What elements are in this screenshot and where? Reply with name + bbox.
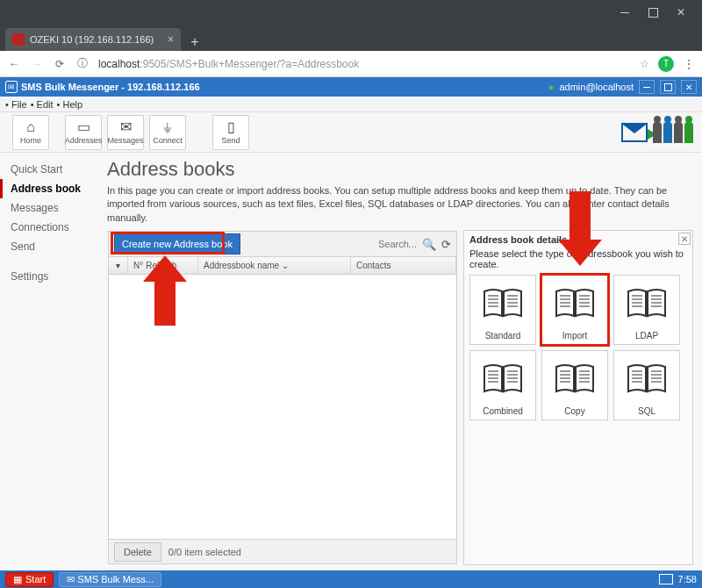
card-label: Import: [562, 331, 587, 341]
list-toolbar: Create new Address book 🔍 ⟳: [108, 231, 457, 257]
menu-help[interactable]: • Help: [57, 99, 83, 110]
grid-footer: Delete 0/0 item selected: [108, 540, 457, 564]
taskbar-app-item[interactable]: ✉ SMS Bulk Mess...: [59, 572, 161, 587]
toolbar-addresses-button[interactable]: ▭Addresses: [65, 115, 102, 150]
sidebar-item-send[interactable]: Send: [0, 237, 104, 256]
grid-header: ▾ N° Refresh Addressbook name ⌄ Contacts: [108, 257, 457, 275]
page-title: Address books: [107, 158, 693, 181]
people-icon: [651, 122, 693, 143]
browser-menu-button[interactable]: ⋮: [683, 57, 695, 71]
delete-button[interactable]: Delete: [114, 542, 161, 562]
plug-icon: ⏚: [163, 120, 172, 134]
app-minimize-button[interactable]: [639, 80, 655, 94]
card-label: Combined: [483, 406, 523, 416]
toolbar-messages-button[interactable]: ✉Messages: [107, 115, 144, 150]
clock: 7:58: [678, 574, 697, 584]
browser-address-bar: ← → ⟳ ⓘ localhost:9505/SMS+Bulk+Messenge…: [0, 51, 702, 77]
col-name[interactable]: Addressbook name ⌄: [198, 257, 351, 274]
page-description: In this page you can create or import ad…: [107, 184, 693, 225]
os-maximize-button[interactable]: [641, 4, 665, 21]
taskbar-app-icon: ✉: [67, 574, 75, 584]
addressbook-list-panel: Create new Address book 🔍 ⟳ ▾ N° Refresh…: [107, 230, 458, 565]
card-label: Standard: [485, 331, 521, 341]
os-close-button[interactable]: [669, 4, 693, 21]
addressbook-type-import[interactable]: Import: [541, 275, 608, 345]
new-tab-button[interactable]: +: [186, 33, 204, 51]
favicon-icon: [12, 33, 25, 46]
card-label: Copy: [564, 406, 584, 416]
menu-edit[interactable]: • Edit: [31, 99, 54, 110]
addressbook-type-cards: StandardImportLDAPCombinedCopySQL: [469, 275, 687, 420]
browser-tab[interactable]: OZEKI 10 (192.168.112.166) ×: [5, 28, 181, 51]
logged-in-user: admin@localhost: [559, 82, 634, 92]
toolbar-home-button[interactable]: ⌂Home: [12, 115, 49, 150]
col-contacts[interactable]: Contacts: [351, 257, 456, 274]
close-tab-icon[interactable]: ×: [168, 33, 174, 46]
sidebar-item-quick-start[interactable]: Quick Start: [0, 160, 104, 179]
addressbook-type-standard[interactable]: Standard: [469, 275, 536, 345]
url-field[interactable]: localhost:9505/SMS+Bulk+Messenger/?a=Add…: [98, 58, 631, 70]
search-input[interactable]: [355, 239, 417, 249]
start-icon: ▦: [13, 574, 22, 585]
col-expand[interactable]: ▾: [109, 257, 128, 274]
start-button[interactable]: ▦Start: [5, 572, 54, 587]
sidebar-item-messages[interactable]: Messages: [0, 198, 104, 218]
grid-body: [108, 275, 457, 540]
details-prompt: Please select the type of addressbook yo…: [469, 248, 687, 269]
os-taskbar: ▦Start ✉ SMS Bulk Mess... 7:58: [0, 570, 702, 588]
app-title-bar: ✉ SMS Bulk Messenger - 192.168.112.166 ●…: [0, 77, 702, 97]
sidebar-item-address-book[interactable]: Address book: [0, 179, 104, 198]
envelope-arrow-icon: [621, 123, 648, 142]
col-no[interactable]: N° Refresh: [128, 257, 198, 274]
sidebar-item-settings[interactable]: Settings: [0, 267, 104, 286]
create-addressbook-button[interactable]: Create new Address book: [114, 233, 240, 255]
os-window-titlebar: [0, 0, 702, 25]
addressbook-details-panel: ✕ Address book details Please select the…: [463, 230, 693, 565]
home-icon: ⌂: [26, 120, 35, 134]
reload-button[interactable]: ⟳: [53, 58, 67, 70]
addressbook-type-sql[interactable]: SQL: [613, 350, 680, 420]
selection-status: 0/0 item selected: [168, 547, 241, 557]
details-title: Address book details: [469, 234, 687, 245]
main-panel: Address books In this page you can creat…: [104, 153, 702, 570]
content-area: Quick Start Address book Messages Connec…: [0, 153, 702, 570]
app-close-button[interactable]: [681, 80, 697, 94]
addressbook-type-copy[interactable]: Copy: [541, 350, 608, 420]
toolbar-send-button[interactable]: ▯Send: [212, 115, 249, 150]
forward-button[interactable]: →: [30, 58, 44, 70]
status-dot-icon: ●: [548, 82, 555, 92]
bookmark-star-icon[interactable]: ☆: [640, 58, 649, 70]
addressbook-icon: ▭: [77, 120, 90, 134]
back-button[interactable]: ←: [7, 58, 21, 70]
card-label: LDAP: [635, 331, 658, 341]
sidebar-nav: Quick Start Address book Messages Connec…: [0, 153, 104, 570]
sidebar-item-connections[interactable]: Connections: [0, 218, 104, 237]
browser-tab-title: OZEKI 10 (192.168.112.166): [30, 34, 154, 45]
menu-file[interactable]: • File: [5, 99, 27, 110]
sort-icon: ⌄: [282, 261, 289, 270]
app-icon: ✉: [5, 81, 18, 93]
keyboard-icon[interactable]: [659, 574, 673, 584]
refresh-icon[interactable]: ⟳: [441, 238, 451, 251]
brand-logo: [621, 122, 693, 143]
os-minimize-button[interactable]: [612, 4, 637, 21]
phone-icon: ▯: [227, 120, 235, 134]
toolbar-connect-button[interactable]: ⏚Connect: [149, 115, 186, 150]
app-toolbar: ⌂Home ▭Addresses ✉Messages ⏚Connect ▯Sen…: [0, 112, 702, 153]
site-info-icon[interactable]: ⓘ: [75, 56, 90, 71]
addressbook-type-ldap[interactable]: LDAP: [613, 275, 680, 345]
close-panel-button[interactable]: ✕: [678, 233, 691, 245]
app-maximize-button[interactable]: [660, 80, 676, 94]
envelope-icon: ✉: [120, 120, 132, 134]
app-menu-bar: • File • Edit • Help: [0, 97, 702, 112]
browser-tab-strip: OZEKI 10 (192.168.112.166) × +: [0, 25, 702, 51]
card-label: SQL: [638, 406, 655, 416]
system-tray: 7:58: [659, 574, 697, 584]
app-title: SMS Bulk Messenger - 192.168.112.166: [21, 82, 200, 92]
profile-avatar[interactable]: T: [658, 56, 674, 72]
addressbook-type-combined[interactable]: Combined: [469, 350, 536, 420]
search-icon[interactable]: 🔍: [422, 238, 436, 251]
